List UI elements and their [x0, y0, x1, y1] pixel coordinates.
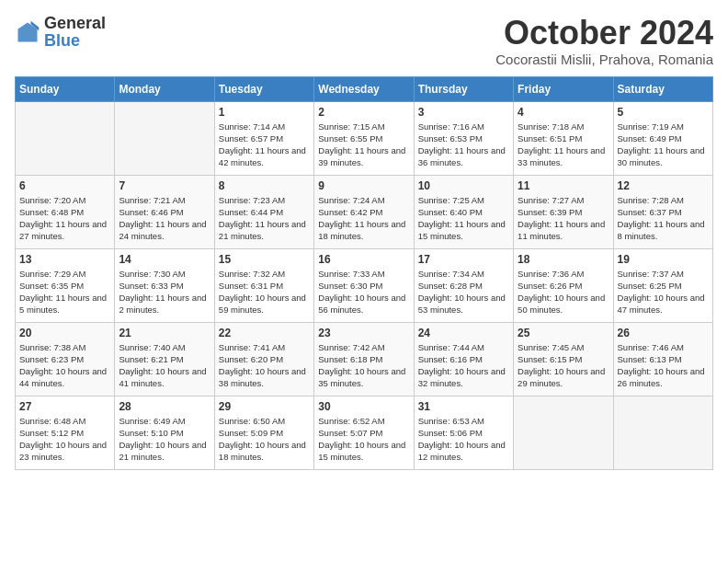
- weekday-header-row: SundayMondayTuesdayWednesdayThursdayFrid…: [16, 76, 713, 101]
- cell-date: 18: [518, 253, 609, 266]
- weekday-header-tuesday: Tuesday: [214, 76, 313, 101]
- logo-blue: Blue: [44, 31, 80, 50]
- weekday-header-wednesday: Wednesday: [314, 76, 414, 101]
- logo-general: General: [44, 14, 106, 32]
- cell-date: 5: [618, 106, 709, 119]
- cell-info: Sunrise: 7:15 AMSunset: 6:55 PMDaylight:…: [318, 121, 409, 169]
- cell-date: 25: [518, 327, 609, 339]
- cell-info: Sunrise: 6:50 AMSunset: 5:09 PMDaylight:…: [219, 415, 310, 464]
- calendar-cell: 4Sunrise: 7:18 AMSunset: 6:51 PMDaylight…: [514, 101, 613, 175]
- cell-date: 4: [518, 106, 609, 119]
- cell-info: Sunrise: 6:53 AMSunset: 5:06 PMDaylight:…: [418, 415, 509, 464]
- calendar-cell: 26Sunrise: 7:46 AMSunset: 6:13 PMDayligh…: [613, 322, 712, 396]
- calendar-cell: 8Sunrise: 7:23 AMSunset: 6:44 PMDaylight…: [214, 175, 313, 248]
- calendar-cell: 12Sunrise: 7:28 AMSunset: 6:37 PMDayligh…: [613, 175, 712, 248]
- calendar-cell: 18Sunrise: 7:36 AMSunset: 6:26 PMDayligh…: [514, 248, 613, 322]
- calendar-cell: 30Sunrise: 6:52 AMSunset: 5:07 PMDayligh…: [314, 396, 414, 469]
- cell-info: Sunrise: 7:37 AMSunset: 6:25 PMDaylight:…: [618, 268, 709, 316]
- cell-date: 29: [219, 400, 310, 413]
- calendar-cell: 14Sunrise: 7:30 AMSunset: 6:33 PMDayligh…: [115, 248, 214, 322]
- cell-info: Sunrise: 7:40 AMSunset: 6:21 PMDaylight:…: [119, 341, 210, 390]
- cell-date: 11: [518, 179, 609, 192]
- cell-info: Sunrise: 7:19 AMSunset: 6:49 PMDaylight:…: [618, 121, 709, 169]
- calendar-cell: [613, 396, 712, 469]
- cell-date: 2: [318, 106, 409, 119]
- week-row-3: 13Sunrise: 7:29 AMSunset: 6:35 PMDayligh…: [16, 248, 713, 322]
- cell-info: Sunrise: 7:18 AMSunset: 6:51 PMDaylight:…: [518, 121, 609, 169]
- cell-date: 10: [418, 179, 509, 192]
- calendar-cell: 5Sunrise: 7:19 AMSunset: 6:49 PMDaylight…: [613, 101, 712, 175]
- calendar-cell: 16Sunrise: 7:33 AMSunset: 6:30 PMDayligh…: [314, 248, 414, 322]
- cell-info: Sunrise: 7:44 AMSunset: 6:16 PMDaylight:…: [418, 341, 509, 390]
- weekday-header-sunday: Sunday: [16, 76, 115, 101]
- cell-date: 31: [418, 400, 509, 413]
- cell-info: Sunrise: 6:49 AMSunset: 5:10 PMDaylight:…: [119, 415, 210, 464]
- cell-info: Sunrise: 7:29 AMSunset: 6:35 PMDaylight:…: [19, 268, 110, 316]
- weekday-header-friday: Friday: [514, 76, 613, 101]
- cell-date: 6: [19, 179, 110, 192]
- cell-info: Sunrise: 7:24 AMSunset: 6:42 PMDaylight:…: [318, 194, 409, 243]
- calendar-cell: 3Sunrise: 7:16 AMSunset: 6:53 PMDaylight…: [414, 101, 513, 175]
- cell-info: Sunrise: 7:30 AMSunset: 6:33 PMDaylight:…: [119, 268, 210, 316]
- logo-text: General Blue: [44, 15, 106, 50]
- cell-date: 1: [219, 106, 310, 119]
- calendar-cell: [115, 101, 214, 175]
- week-row-1: 1Sunrise: 7:14 AMSunset: 6:57 PMDaylight…: [16, 101, 713, 175]
- cell-info: Sunrise: 7:14 AMSunset: 6:57 PMDaylight:…: [219, 121, 310, 169]
- calendar-cell: 13Sunrise: 7:29 AMSunset: 6:35 PMDayligh…: [16, 248, 115, 322]
- title-block: October 2024 Cocorastii Mislii, Prahova,…: [495, 15, 713, 67]
- cell-date: 20: [19, 327, 110, 339]
- cell-date: 30: [318, 400, 409, 413]
- calendar-cell: 24Sunrise: 7:44 AMSunset: 6:16 PMDayligh…: [414, 322, 513, 396]
- calendar-cell: [16, 101, 115, 175]
- cell-info: Sunrise: 7:45 AMSunset: 6:15 PMDaylight:…: [518, 341, 609, 390]
- calendar-cell: 2Sunrise: 7:15 AMSunset: 6:55 PMDaylight…: [314, 101, 414, 175]
- cell-date: 15: [219, 253, 310, 266]
- cell-date: 14: [119, 253, 210, 266]
- cell-date: 7: [119, 179, 210, 192]
- week-row-4: 20Sunrise: 7:38 AMSunset: 6:23 PMDayligh…: [16, 322, 713, 396]
- calendar-cell: 19Sunrise: 7:37 AMSunset: 6:25 PMDayligh…: [613, 248, 712, 322]
- cell-date: 21: [119, 327, 210, 339]
- calendar-table: SundayMondayTuesdayWednesdayThursdayFrid…: [15, 76, 713, 470]
- cell-date: 22: [219, 327, 310, 339]
- calendar-cell: 15Sunrise: 7:32 AMSunset: 6:31 PMDayligh…: [214, 248, 313, 322]
- calendar-cell: 23Sunrise: 7:42 AMSunset: 6:18 PMDayligh…: [314, 322, 414, 396]
- calendar-cell: 17Sunrise: 7:34 AMSunset: 6:28 PMDayligh…: [414, 248, 513, 322]
- weekday-header-thursday: Thursday: [414, 76, 513, 101]
- week-row-5: 27Sunrise: 6:48 AMSunset: 5:12 PMDayligh…: [16, 396, 713, 469]
- cell-info: Sunrise: 7:21 AMSunset: 6:46 PMDaylight:…: [119, 194, 210, 243]
- cell-date: 12: [618, 179, 709, 192]
- calendar-cell: 1Sunrise: 7:14 AMSunset: 6:57 PMDaylight…: [214, 101, 313, 175]
- cell-info: Sunrise: 7:46 AMSunset: 6:13 PMDaylight:…: [618, 341, 709, 390]
- cell-date: 13: [19, 253, 110, 266]
- cell-info: Sunrise: 7:34 AMSunset: 6:28 PMDaylight:…: [418, 268, 509, 316]
- week-row-2: 6Sunrise: 7:20 AMSunset: 6:48 PMDaylight…: [16, 175, 713, 248]
- cell-date: 23: [318, 327, 409, 339]
- cell-info: Sunrise: 6:52 AMSunset: 5:07 PMDaylight:…: [318, 415, 409, 464]
- cell-info: Sunrise: 7:41 AMSunset: 6:20 PMDaylight:…: [219, 341, 310, 390]
- cell-date: 9: [318, 179, 409, 192]
- cell-date: 28: [119, 400, 210, 413]
- calendar-cell: 9Sunrise: 7:24 AMSunset: 6:42 PMDaylight…: [314, 175, 414, 248]
- logo: General Blue: [15, 15, 106, 50]
- calendar-cell: [514, 396, 613, 469]
- cell-info: Sunrise: 7:33 AMSunset: 6:30 PMDaylight:…: [318, 268, 409, 316]
- cell-date: 19: [618, 253, 709, 266]
- cell-date: 16: [318, 253, 409, 266]
- calendar-cell: 31Sunrise: 6:53 AMSunset: 5:06 PMDayligh…: [414, 396, 513, 469]
- cell-date: 24: [418, 327, 509, 339]
- cell-info: Sunrise: 7:16 AMSunset: 6:53 PMDaylight:…: [418, 121, 509, 169]
- calendar-cell: 28Sunrise: 6:49 AMSunset: 5:10 PMDayligh…: [115, 396, 214, 469]
- calendar-cell: 21Sunrise: 7:40 AMSunset: 6:21 PMDayligh…: [115, 322, 214, 396]
- logo-icon: [15, 19, 40, 45]
- cell-info: Sunrise: 7:38 AMSunset: 6:23 PMDaylight:…: [19, 341, 110, 390]
- calendar-cell: 6Sunrise: 7:20 AMSunset: 6:48 PMDaylight…: [16, 175, 115, 248]
- cell-date: 26: [618, 327, 709, 339]
- cell-info: Sunrise: 7:23 AMSunset: 6:44 PMDaylight:…: [219, 194, 310, 243]
- cell-info: Sunrise: 7:25 AMSunset: 6:40 PMDaylight:…: [418, 194, 509, 243]
- calendar-cell: 10Sunrise: 7:25 AMSunset: 6:40 PMDayligh…: [414, 175, 513, 248]
- month-title: October 2024: [495, 15, 713, 52]
- weekday-header-saturday: Saturday: [613, 76, 712, 101]
- cell-date: 27: [19, 400, 110, 413]
